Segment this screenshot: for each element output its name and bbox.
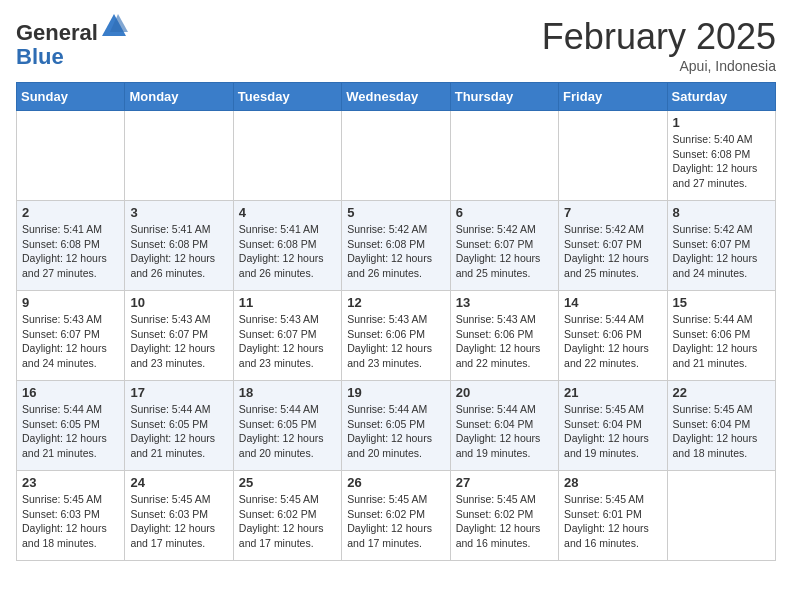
day-number: 12	[347, 295, 444, 310]
calendar-cell	[233, 111, 341, 201]
calendar-cell: 4Sunrise: 5:41 AM Sunset: 6:08 PM Daylig…	[233, 201, 341, 291]
calendar-cell	[559, 111, 667, 201]
day-info: Sunrise: 5:44 AM Sunset: 6:05 PM Dayligh…	[22, 402, 119, 461]
day-info: Sunrise: 5:45 AM Sunset: 6:03 PM Dayligh…	[22, 492, 119, 551]
day-info: Sunrise: 5:43 AM Sunset: 6:06 PM Dayligh…	[456, 312, 553, 371]
calendar-cell: 6Sunrise: 5:42 AM Sunset: 6:07 PM Daylig…	[450, 201, 558, 291]
day-info: Sunrise: 5:41 AM Sunset: 6:08 PM Dayligh…	[239, 222, 336, 281]
calendar-cell	[667, 471, 775, 561]
calendar-cell: 23Sunrise: 5:45 AM Sunset: 6:03 PM Dayli…	[17, 471, 125, 561]
calendar-cell	[17, 111, 125, 201]
day-info: Sunrise: 5:42 AM Sunset: 6:07 PM Dayligh…	[673, 222, 770, 281]
day-info: Sunrise: 5:41 AM Sunset: 6:08 PM Dayligh…	[22, 222, 119, 281]
day-number: 2	[22, 205, 119, 220]
calendar-cell: 27Sunrise: 5:45 AM Sunset: 6:02 PM Dayli…	[450, 471, 558, 561]
day-info: Sunrise: 5:44 AM Sunset: 6:06 PM Dayligh…	[564, 312, 661, 371]
calendar-cell	[125, 111, 233, 201]
day-number: 24	[130, 475, 227, 490]
calendar-cell	[450, 111, 558, 201]
day-info: Sunrise: 5:44 AM Sunset: 6:05 PM Dayligh…	[347, 402, 444, 461]
calendar-cell: 12Sunrise: 5:43 AM Sunset: 6:06 PM Dayli…	[342, 291, 450, 381]
day-number: 5	[347, 205, 444, 220]
calendar-cell: 9Sunrise: 5:43 AM Sunset: 6:07 PM Daylig…	[17, 291, 125, 381]
calendar-cell: 11Sunrise: 5:43 AM Sunset: 6:07 PM Dayli…	[233, 291, 341, 381]
calendar-cell: 1Sunrise: 5:40 AM Sunset: 6:08 PM Daylig…	[667, 111, 775, 201]
calendar-cell: 25Sunrise: 5:45 AM Sunset: 6:02 PM Dayli…	[233, 471, 341, 561]
col-header-friday: Friday	[559, 83, 667, 111]
calendar-cell: 14Sunrise: 5:44 AM Sunset: 6:06 PM Dayli…	[559, 291, 667, 381]
day-info: Sunrise: 5:43 AM Sunset: 6:07 PM Dayligh…	[130, 312, 227, 371]
calendar-cell: 28Sunrise: 5:45 AM Sunset: 6:01 PM Dayli…	[559, 471, 667, 561]
day-info: Sunrise: 5:45 AM Sunset: 6:01 PM Dayligh…	[564, 492, 661, 551]
calendar-cell: 20Sunrise: 5:44 AM Sunset: 6:04 PM Dayli…	[450, 381, 558, 471]
col-header-sunday: Sunday	[17, 83, 125, 111]
logo-general: General	[16, 20, 98, 45]
day-number: 7	[564, 205, 661, 220]
logo: General Blue	[16, 16, 128, 69]
calendar-cell: 19Sunrise: 5:44 AM Sunset: 6:05 PM Dayli…	[342, 381, 450, 471]
col-header-wednesday: Wednesday	[342, 83, 450, 111]
calendar-cell: 22Sunrise: 5:45 AM Sunset: 6:04 PM Dayli…	[667, 381, 775, 471]
calendar-cell: 2Sunrise: 5:41 AM Sunset: 6:08 PM Daylig…	[17, 201, 125, 291]
day-number: 11	[239, 295, 336, 310]
day-number: 20	[456, 385, 553, 400]
col-header-thursday: Thursday	[450, 83, 558, 111]
calendar-table: SundayMondayTuesdayWednesdayThursdayFrid…	[16, 82, 776, 561]
day-number: 10	[130, 295, 227, 310]
day-number: 13	[456, 295, 553, 310]
day-info: Sunrise: 5:45 AM Sunset: 6:02 PM Dayligh…	[347, 492, 444, 551]
calendar-cell: 18Sunrise: 5:44 AM Sunset: 6:05 PM Dayli…	[233, 381, 341, 471]
day-number: 28	[564, 475, 661, 490]
calendar-week-row: 2Sunrise: 5:41 AM Sunset: 6:08 PM Daylig…	[17, 201, 776, 291]
day-info: Sunrise: 5:43 AM Sunset: 6:06 PM Dayligh…	[347, 312, 444, 371]
calendar-week-row: 1Sunrise: 5:40 AM Sunset: 6:08 PM Daylig…	[17, 111, 776, 201]
calendar-cell: 13Sunrise: 5:43 AM Sunset: 6:06 PM Dayli…	[450, 291, 558, 381]
day-info: Sunrise: 5:45 AM Sunset: 6:02 PM Dayligh…	[239, 492, 336, 551]
month-title: February 2025	[542, 16, 776, 58]
calendar-cell: 7Sunrise: 5:42 AM Sunset: 6:07 PM Daylig…	[559, 201, 667, 291]
page-header: General Blue February 2025 Apui, Indones…	[16, 16, 776, 74]
day-info: Sunrise: 5:45 AM Sunset: 6:03 PM Dayligh…	[130, 492, 227, 551]
calendar-cell: 16Sunrise: 5:44 AM Sunset: 6:05 PM Dayli…	[17, 381, 125, 471]
day-info: Sunrise: 5:42 AM Sunset: 6:08 PM Dayligh…	[347, 222, 444, 281]
calendar-cell: 3Sunrise: 5:41 AM Sunset: 6:08 PM Daylig…	[125, 201, 233, 291]
day-number: 16	[22, 385, 119, 400]
day-number: 9	[22, 295, 119, 310]
calendar-week-row: 23Sunrise: 5:45 AM Sunset: 6:03 PM Dayli…	[17, 471, 776, 561]
day-info: Sunrise: 5:44 AM Sunset: 6:04 PM Dayligh…	[456, 402, 553, 461]
day-info: Sunrise: 5:45 AM Sunset: 6:04 PM Dayligh…	[564, 402, 661, 461]
day-number: 6	[456, 205, 553, 220]
calendar-cell: 17Sunrise: 5:44 AM Sunset: 6:05 PM Dayli…	[125, 381, 233, 471]
calendar-cell: 26Sunrise: 5:45 AM Sunset: 6:02 PM Dayli…	[342, 471, 450, 561]
calendar-cell: 5Sunrise: 5:42 AM Sunset: 6:08 PM Daylig…	[342, 201, 450, 291]
day-info: Sunrise: 5:41 AM Sunset: 6:08 PM Dayligh…	[130, 222, 227, 281]
calendar-cell	[342, 111, 450, 201]
day-number: 14	[564, 295, 661, 310]
calendar-cell: 10Sunrise: 5:43 AM Sunset: 6:07 PM Dayli…	[125, 291, 233, 381]
calendar-week-row: 16Sunrise: 5:44 AM Sunset: 6:05 PM Dayli…	[17, 381, 776, 471]
day-number: 17	[130, 385, 227, 400]
day-number: 4	[239, 205, 336, 220]
calendar-cell: 15Sunrise: 5:44 AM Sunset: 6:06 PM Dayli…	[667, 291, 775, 381]
day-number: 15	[673, 295, 770, 310]
day-number: 27	[456, 475, 553, 490]
day-number: 18	[239, 385, 336, 400]
day-info: Sunrise: 5:45 AM Sunset: 6:02 PM Dayligh…	[456, 492, 553, 551]
col-header-monday: Monday	[125, 83, 233, 111]
logo-icon	[100, 12, 128, 40]
day-number: 25	[239, 475, 336, 490]
day-info: Sunrise: 5:45 AM Sunset: 6:04 PM Dayligh…	[673, 402, 770, 461]
logo-blue: Blue	[16, 44, 64, 69]
day-info: Sunrise: 5:44 AM Sunset: 6:05 PM Dayligh…	[130, 402, 227, 461]
day-info: Sunrise: 5:44 AM Sunset: 6:06 PM Dayligh…	[673, 312, 770, 371]
title-block: February 2025 Apui, Indonesia	[542, 16, 776, 74]
day-number: 1	[673, 115, 770, 130]
day-info: Sunrise: 5:42 AM Sunset: 6:07 PM Dayligh…	[456, 222, 553, 281]
day-info: Sunrise: 5:40 AM Sunset: 6:08 PM Dayligh…	[673, 132, 770, 191]
day-info: Sunrise: 5:43 AM Sunset: 6:07 PM Dayligh…	[22, 312, 119, 371]
col-header-saturday: Saturday	[667, 83, 775, 111]
calendar-header-row: SundayMondayTuesdayWednesdayThursdayFrid…	[17, 83, 776, 111]
col-header-tuesday: Tuesday	[233, 83, 341, 111]
day-number: 19	[347, 385, 444, 400]
location: Apui, Indonesia	[542, 58, 776, 74]
